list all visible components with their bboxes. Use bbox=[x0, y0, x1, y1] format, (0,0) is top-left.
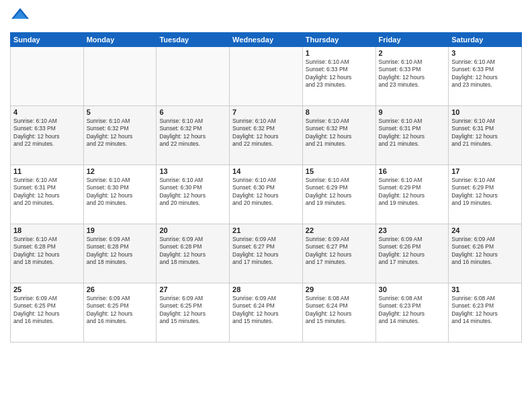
day-number: 1 bbox=[306, 49, 373, 57]
calendar-cell: 29Sunrise: 6:08 AM Sunset: 6:24 PM Dayli… bbox=[302, 283, 375, 342]
day-number: 30 bbox=[379, 285, 446, 293]
day-info: Sunrise: 6:10 AM Sunset: 6:30 PM Dayligh… bbox=[87, 177, 154, 208]
calendar-cell: 3Sunrise: 6:10 AM Sunset: 6:33 PM Daylig… bbox=[449, 47, 522, 106]
day-info: Sunrise: 6:08 AM Sunset: 6:23 PM Dayligh… bbox=[451, 295, 519, 326]
week-row-4: 18Sunrise: 6:10 AM Sunset: 6:28 PM Dayli… bbox=[11, 224, 522, 283]
calendar-cell: 24Sunrise: 6:09 AM Sunset: 6:26 PM Dayli… bbox=[449, 224, 522, 283]
day-info: Sunrise: 6:10 AM Sunset: 6:29 PM Dayligh… bbox=[306, 177, 373, 208]
day-number: 28 bbox=[232, 285, 300, 293]
day-number: 20 bbox=[159, 226, 226, 234]
calendar-cell: 23Sunrise: 6:09 AM Sunset: 6:26 PM Dayli… bbox=[375, 224, 449, 283]
calendar-cell bbox=[230, 47, 303, 106]
day-info: Sunrise: 6:10 AM Sunset: 6:33 PM Dayligh… bbox=[379, 58, 446, 89]
day-info: Sunrise: 6:09 AM Sunset: 6:25 PM Dayligh… bbox=[13, 295, 81, 326]
day-info: Sunrise: 6:10 AM Sunset: 6:32 PM Dayligh… bbox=[232, 118, 300, 148]
day-number: 6 bbox=[159, 108, 226, 116]
day-number: 31 bbox=[451, 285, 519, 293]
day-number: 13 bbox=[159, 167, 226, 175]
day-number: 2 bbox=[379, 49, 446, 57]
day-number: 26 bbox=[87, 285, 154, 293]
day-number: 12 bbox=[87, 167, 154, 175]
day-info: Sunrise: 6:10 AM Sunset: 6:28 PM Dayligh… bbox=[13, 236, 81, 267]
day-info: Sunrise: 6:10 AM Sunset: 6:31 PM Dayligh… bbox=[13, 177, 81, 208]
calendar-cell: 30Sunrise: 6:08 AM Sunset: 6:23 PM Dayli… bbox=[375, 283, 449, 342]
calendar-cell: 9Sunrise: 6:10 AM Sunset: 6:31 PM Daylig… bbox=[375, 106, 449, 165]
weekday-header-tuesday: Tuesday bbox=[157, 33, 230, 47]
day-info: Sunrise: 6:10 AM Sunset: 6:31 PM Dayligh… bbox=[451, 118, 519, 148]
calendar-cell: 2Sunrise: 6:10 AM Sunset: 6:33 PM Daylig… bbox=[375, 47, 449, 106]
calendar-cell: 6Sunrise: 6:10 AM Sunset: 6:32 PM Daylig… bbox=[157, 106, 230, 165]
calendar-cell: 17Sunrise: 6:10 AM Sunset: 6:29 PM Dayli… bbox=[449, 165, 522, 224]
day-number: 7 bbox=[232, 108, 300, 116]
calendar-cell: 25Sunrise: 6:09 AM Sunset: 6:25 PM Dayli… bbox=[11, 283, 84, 342]
calendar-cell: 5Sunrise: 6:10 AM Sunset: 6:32 PM Daylig… bbox=[83, 106, 157, 165]
calendar-table: SundayMondayTuesdayWednesdayThursdayFrid… bbox=[10, 32, 522, 342]
day-number: 11 bbox=[13, 167, 81, 175]
calendar-cell: 31Sunrise: 6:08 AM Sunset: 6:23 PM Dayli… bbox=[449, 283, 522, 342]
calendar-cell bbox=[11, 47, 84, 106]
day-number: 18 bbox=[13, 226, 81, 234]
day-number: 19 bbox=[87, 226, 154, 234]
day-info: Sunrise: 6:10 AM Sunset: 6:33 PM Dayligh… bbox=[13, 118, 81, 148]
calendar-cell: 11Sunrise: 6:10 AM Sunset: 6:31 PM Dayli… bbox=[11, 165, 84, 224]
day-info: Sunrise: 6:10 AM Sunset: 6:30 PM Dayligh… bbox=[159, 177, 226, 208]
day-info: Sunrise: 6:10 AM Sunset: 6:33 PM Dayligh… bbox=[306, 58, 373, 89]
week-row-1: 1Sunrise: 6:10 AM Sunset: 6:33 PM Daylig… bbox=[11, 47, 522, 106]
calendar-cell: 26Sunrise: 6:09 AM Sunset: 6:25 PM Dayli… bbox=[83, 283, 157, 342]
day-info: Sunrise: 6:09 AM Sunset: 6:25 PM Dayligh… bbox=[159, 295, 226, 326]
day-number: 16 bbox=[379, 167, 446, 175]
weekday-header-sunday: Sunday bbox=[11, 33, 84, 47]
calendar-cell: 10Sunrise: 6:10 AM Sunset: 6:31 PM Dayli… bbox=[449, 106, 522, 165]
day-number: 5 bbox=[87, 108, 154, 116]
week-row-3: 11Sunrise: 6:10 AM Sunset: 6:31 PM Dayli… bbox=[11, 165, 522, 224]
calendar-cell: 12Sunrise: 6:10 AM Sunset: 6:30 PM Dayli… bbox=[83, 165, 157, 224]
day-info: Sunrise: 6:09 AM Sunset: 6:27 PM Dayligh… bbox=[306, 236, 373, 267]
header bbox=[10, 7, 522, 27]
day-number: 3 bbox=[451, 49, 519, 57]
day-number: 8 bbox=[306, 108, 373, 116]
weekday-header-row: SundayMondayTuesdayWednesdayThursdayFrid… bbox=[11, 33, 522, 47]
weekday-header-friday: Friday bbox=[375, 33, 449, 47]
calendar-cell: 1Sunrise: 6:10 AM Sunset: 6:33 PM Daylig… bbox=[302, 47, 375, 106]
day-number: 17 bbox=[451, 167, 519, 175]
calendar-cell: 21Sunrise: 6:09 AM Sunset: 6:27 PM Dayli… bbox=[230, 224, 303, 283]
day-info: Sunrise: 6:10 AM Sunset: 6:29 PM Dayligh… bbox=[379, 177, 446, 208]
day-number: 4 bbox=[13, 108, 81, 116]
day-info: Sunrise: 6:08 AM Sunset: 6:24 PM Dayligh… bbox=[306, 295, 373, 326]
logo bbox=[10, 7, 33, 27]
day-number: 14 bbox=[232, 167, 300, 175]
calendar-cell bbox=[83, 47, 157, 106]
calendar-cell: 4Sunrise: 6:10 AM Sunset: 6:33 PM Daylig… bbox=[11, 106, 84, 165]
day-number: 10 bbox=[451, 108, 519, 116]
day-info: Sunrise: 6:09 AM Sunset: 6:24 PM Dayligh… bbox=[232, 295, 300, 326]
day-number: 15 bbox=[306, 167, 373, 175]
week-row-2: 4Sunrise: 6:10 AM Sunset: 6:33 PM Daylig… bbox=[11, 106, 522, 165]
weekday-header-monday: Monday bbox=[83, 33, 157, 47]
weekday-header-wednesday: Wednesday bbox=[230, 33, 303, 47]
day-info: Sunrise: 6:09 AM Sunset: 6:27 PM Dayligh… bbox=[232, 236, 300, 267]
day-number: 25 bbox=[13, 285, 81, 293]
calendar-cell: 15Sunrise: 6:10 AM Sunset: 6:29 PM Dayli… bbox=[302, 165, 375, 224]
weekday-header-thursday: Thursday bbox=[302, 33, 375, 47]
day-info: Sunrise: 6:10 AM Sunset: 6:32 PM Dayligh… bbox=[306, 118, 373, 148]
calendar-cell: 13Sunrise: 6:10 AM Sunset: 6:30 PM Dayli… bbox=[157, 165, 230, 224]
calendar-cell: 28Sunrise: 6:09 AM Sunset: 6:24 PM Dayli… bbox=[230, 283, 303, 342]
day-info: Sunrise: 6:09 AM Sunset: 6:26 PM Dayligh… bbox=[451, 236, 519, 267]
calendar-cell: 8Sunrise: 6:10 AM Sunset: 6:32 PM Daylig… bbox=[302, 106, 375, 165]
weekday-header-saturday: Saturday bbox=[449, 33, 522, 47]
day-info: Sunrise: 6:10 AM Sunset: 6:32 PM Dayligh… bbox=[159, 118, 226, 148]
day-info: Sunrise: 6:10 AM Sunset: 6:31 PM Dayligh… bbox=[379, 118, 446, 148]
logo-icon bbox=[10, 7, 30, 27]
calendar-cell: 18Sunrise: 6:10 AM Sunset: 6:28 PM Dayli… bbox=[11, 224, 84, 283]
day-info: Sunrise: 6:09 AM Sunset: 6:26 PM Dayligh… bbox=[379, 236, 446, 267]
day-number: 9 bbox=[379, 108, 446, 116]
day-number: 24 bbox=[451, 226, 519, 234]
week-row-5: 25Sunrise: 6:09 AM Sunset: 6:25 PM Dayli… bbox=[11, 283, 522, 342]
day-info: Sunrise: 6:09 AM Sunset: 6:25 PM Dayligh… bbox=[87, 295, 154, 326]
day-info: Sunrise: 6:10 AM Sunset: 6:33 PM Dayligh… bbox=[451, 58, 519, 89]
calendar-cell: 7Sunrise: 6:10 AM Sunset: 6:32 PM Daylig… bbox=[230, 106, 303, 165]
calendar-cell: 16Sunrise: 6:10 AM Sunset: 6:29 PM Dayli… bbox=[375, 165, 449, 224]
day-number: 22 bbox=[306, 226, 373, 234]
calendar-cell: 27Sunrise: 6:09 AM Sunset: 6:25 PM Dayli… bbox=[157, 283, 230, 342]
page: SundayMondayTuesdayWednesdayThursdayFrid… bbox=[0, 0, 532, 411]
